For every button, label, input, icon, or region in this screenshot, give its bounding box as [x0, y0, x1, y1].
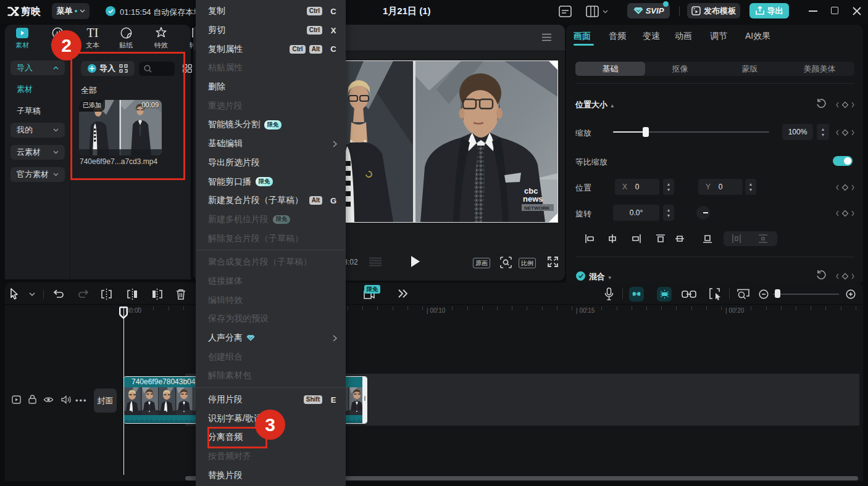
svg-text:news: news [523, 194, 543, 204]
svg-text:NETWORK: NETWORK [524, 205, 550, 211]
